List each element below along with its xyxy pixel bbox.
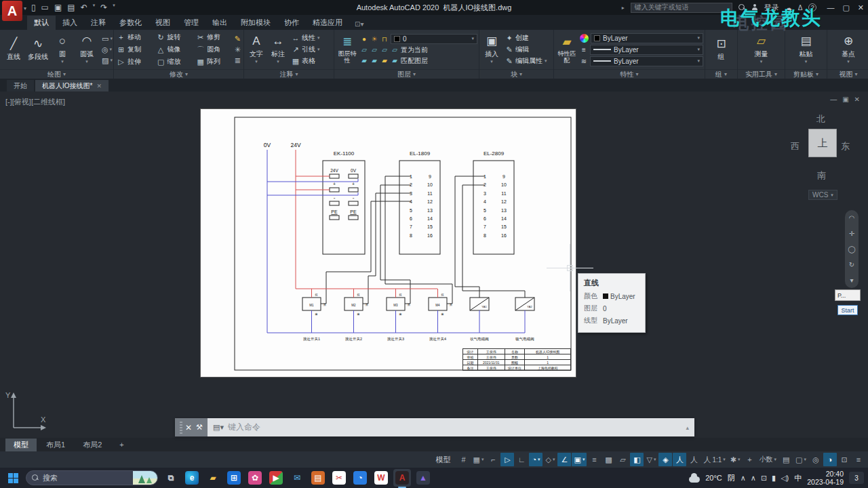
viewcube-west-label[interactable]: 西 [791,140,800,152]
layer-icon-3[interactable]: ▱ [380,46,389,54]
color-wheel-icon[interactable] [580,34,589,43]
color-select[interactable]: ByLayer▾ [591,33,703,43]
status-lock-ui[interactable]: ▢▾ [793,453,808,466]
ime-indicator[interactable]: 中 [794,473,802,483]
signin-link[interactable]: 登录 [764,3,779,13]
vp-minimize-icon[interactable]: — [830,96,837,103]
tray-icon-0[interactable]: ∧ [741,474,746,483]
viewcube-north-label[interactable]: 北 [816,113,825,125]
drawing-canvas[interactable]: [-][俯视][二维线框] — ▣ ✕ 0V 24V EK-1100 24V 0… [0,92,868,438]
help-icon[interactable]: ? [808,3,816,12]
logo-caret-icon[interactable]: ▾ [24,5,26,12]
modify-trim-button[interactable]: ✂修剪 [195,31,232,43]
status-isolate-objects[interactable]: ◎ [809,453,823,466]
status-infer-constraints[interactable]: ⌐ [486,453,500,466]
modify-scale-button[interactable]: ▢缩放 [155,56,193,68]
status-isodraft[interactable]: ◇▾ [543,453,557,466]
ribbon-tab-附加模块[interactable]: 附加模块 [234,16,277,30]
block-edit-attr-button[interactable]: ✎编辑属性▾ [504,56,552,66]
status-object-snap[interactable]: ▣▾ [572,453,587,466]
modify-fillet-button[interactable]: ⌒圆角 [195,43,232,56]
ribbon-display-toggle[interactable]: ⊡▾ [349,18,369,30]
layer-icon-2[interactable]: ▱ [370,46,378,54]
taskbar-app-wps[interactable]: W [372,469,390,487]
status-customization[interactable]: ≡ [852,453,865,466]
save-icon[interactable]: ▣ [54,3,62,12]
status-clean-screen[interactable]: ⊡ [837,453,851,466]
ribbon-tab-插入[interactable]: 插入 [56,16,84,30]
annotate-text-button[interactable]: A文字▾ [245,30,267,68]
annotate-linear-button[interactable]: ↔线性▾ [290,33,321,43]
taskbar-app-photos-pink[interactable]: ✿ [246,469,264,487]
viewport-label[interactable]: [-][俯视][二维线框] [5,97,65,107]
file-tab-机器人IO接线图*[interactable]: 机器人IO接线图*✕ [35,80,108,92]
taskbar-app-gallery-app[interactable]: ▲ [414,469,432,487]
ribbon-tab-视图[interactable]: 视图 [149,16,177,30]
notification-badge[interactable]: 3 [849,472,864,484]
status-snap-mode[interactable]: ▦▾ [471,453,486,466]
annotate-dimension-button[interactable]: ↔标注▾ [267,30,289,68]
taskbar-app-video-app[interactable]: ▶ [267,469,285,487]
taskbar-app-office-app[interactable]: ▤ [309,469,327,487]
layer-icon-6[interactable]: ▰ [370,57,378,64]
status-grid-display[interactable]: # [457,453,471,466]
pan-icon[interactable]: ✛ [849,230,854,237]
undo-icon[interactable]: ↶ [81,3,87,12]
help-search-input[interactable]: 键入关键字或短语 [631,3,732,13]
new-icon[interactable]: ▯ [31,3,36,12]
layer-icon-5[interactable]: ▰ [360,57,368,64]
draw-circle-button[interactable]: ○圆▾ [50,30,75,68]
nav-more-icon[interactable]: ▾ [850,277,853,284]
panel-footer-view[interactable]: 视图▾ [827,69,868,79]
open-icon[interactable]: ▭ [41,3,49,12]
ribbon-tab-参数化[interactable]: 参数化 [113,16,149,30]
status-quick-properties[interactable]: ▤ [779,453,793,466]
start-button[interactable] [4,469,22,487]
alert-icon[interactable]: Δ [798,4,803,12]
status-lineweight[interactable]: ≡ [587,453,601,466]
autocad-logo-icon[interactable]: A [2,1,22,21]
plugin-window[interactable]: P... [835,289,861,301]
wcs-dropdown[interactable]: WCS▾ [808,190,837,200]
draw-hatch-button[interactable]: ▨▾ [100,56,114,66]
set-current-button[interactable]: 置为当前 [401,45,428,55]
group-button[interactable]: ⊡ 组 [710,30,733,68]
status-graphics-performance[interactable]: ◑ [823,453,837,466]
status-polar-tracking[interactable]: ◔▾ [529,453,542,466]
search-highlight-image[interactable] [133,470,157,485]
layer-icon-8[interactable]: ▰ [391,57,399,64]
command-wrench-icon[interactable]: ⚒ [196,423,203,432]
viewcube[interactable]: 上 [808,129,837,157]
layer-on-icon[interactable]: ● [360,35,368,43]
tray-icon-4[interactable]: ◁) [781,474,789,483]
ribbon-tab-注释[interactable]: 注释 [84,16,113,30]
status-transparency[interactable]: ▩ [601,453,615,466]
lineweight-select[interactable]: ByLayer▾ [590,45,703,55]
zoom-icon[interactable]: ◯ [848,245,855,253]
layer-lock-icon[interactable]: ⊓ [380,35,389,43]
modify-stretch-button[interactable]: ▷拉伸 [115,56,153,68]
weather-icon[interactable] [689,476,700,483]
command-close-icon[interactable]: ✕ [185,423,192,432]
layer-icon-4[interactable]: ▱ [391,46,399,54]
plugin-start-button[interactable]: Start [837,305,858,315]
draw-polyline-button[interactable]: ∿多段线 [26,30,50,68]
panel-footer-block[interactable]: 块▾ [479,69,553,79]
command-history-icon[interactable]: ▤▾ [213,423,224,432]
tray-icon-3[interactable]: ▮ [772,474,776,483]
layout-tab-模型[interactable]: 模型 [5,439,37,451]
navigation-bar[interactable]: ◠ ✛ ◯ ↻ ▾ [845,210,859,288]
modify-erase-button[interactable]: ✎ [233,34,242,44]
ribbon-tab-精选应用[interactable]: 精选应用 [306,16,349,30]
close-button[interactable]: ✕ [858,3,864,12]
command-line[interactable]: ✕ ⚒ ▤▾ 键入命令 ▴ [175,418,694,436]
status-dynamic-input[interactable]: ▷ [500,453,514,466]
status-units[interactable]: 小数▾ [757,453,779,466]
weather-condition[interactable]: 阴 [728,473,735,483]
file-tab-开始[interactable]: 开始 [7,80,34,92]
draw-line-button[interactable]: ╱直线 [1,30,26,68]
panel-footer-clipboard[interactable]: 剪贴板▾ [785,69,827,79]
draw-arc-button[interactable]: ◠圆弧▾ [75,30,99,68]
restore-button[interactable]: ▢ [842,3,849,12]
modify-array-button[interactable]: ▦阵列 [195,56,232,68]
